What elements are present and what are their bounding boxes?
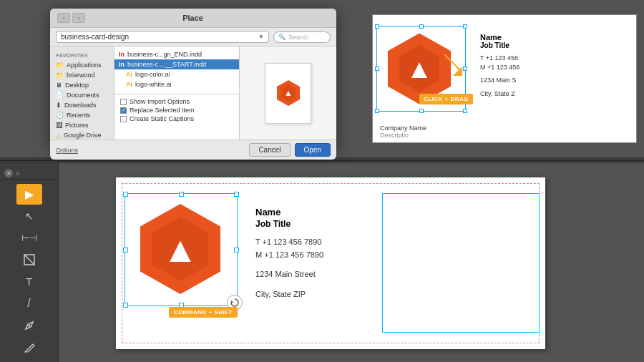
google-drive-icon: △ — [56, 132, 61, 139]
text-tool-button[interactable]: T — [16, 272, 42, 293]
handle2-mid-right[interactable] — [234, 248, 239, 253]
handle-top-right[interactable] — [463, 24, 467, 29]
pictures-icon: 🖼 — [56, 122, 62, 129]
file-row-1[interactable]: In business-c....__START.indd — [114, 59, 239, 69]
checkbox-icon[interactable] — [120, 116, 127, 122]
card-address2-main: City, State ZIP — [255, 288, 323, 301]
sidebar-item-label: Pictures — [65, 122, 89, 129]
file-name: business-c....__START.indd — [127, 61, 206, 68]
click-drag-badge: CLICK + DRAG — [419, 94, 473, 104]
card-content-top: ▲ — [373, 15, 636, 122]
open-button[interactable]: Open — [295, 143, 331, 157]
sidebar-item-label: Desktop — [65, 82, 89, 89]
checkbox-show-import[interactable]: Show Import Options — [114, 97, 239, 106]
checkbox-icon[interactable]: ✓ — [120, 107, 127, 114]
svg-text:▲: ▲ — [406, 54, 432, 84]
top-workspace: ‹ › Place business-card-design ▼ 🔍 Searc… — [0, 0, 644, 157]
folder-icon: 📁 — [56, 72, 64, 79]
card-company-label: Company Name Descriptio — [380, 124, 426, 139]
card-phone1-main: T +1 123 456 7890 — [255, 236, 323, 249]
direct-selection-icon: ↖ — [25, 210, 34, 222]
path-dropdown[interactable]: business-card-design ▼ — [56, 31, 269, 43]
hex-svg-main: ▲ — [130, 199, 230, 299]
file-list-panel[interactable]: In business-c...gn_END.indd In business-… — [114, 47, 240, 140]
dialog-sidebar[interactable]: Favorites 📁 Applications 📁 briarwood 🖥 D… — [50, 47, 114, 140]
handle2-top-left[interactable] — [123, 192, 128, 197]
options-link[interactable]: Options — [56, 147, 78, 154]
card-phone1-top: T +1 123 456 — [480, 54, 519, 63]
sidebar-item-recents[interactable]: 🕐 Recents — [50, 110, 114, 120]
svg-point-10 — [28, 325, 30, 327]
sidebar-item-briarwood[interactable]: 📁 briarwood — [50, 70, 114, 80]
line-tool-button[interactable]: / — [16, 293, 42, 314]
direct-selection-tool-button[interactable]: ↖ — [16, 206, 42, 227]
checkbox-icon[interactable] — [120, 99, 127, 105]
card-text-top: Name Job Title T +1 123 456 M +1 123 456… — [480, 29, 519, 108]
card-phone2-top: M +1 123 456 — [480, 63, 519, 72]
handle-bot-right[interactable] — [463, 109, 467, 113]
sidebar-item-label: Applications — [67, 62, 102, 69]
card-text-main: Name Job Title T +1 123 456 7890 M +1 12… — [255, 199, 323, 302]
search-box[interactable]: 🔍 Search — [273, 31, 331, 43]
nav-back-button[interactable]: ‹ — [57, 13, 70, 23]
nav-forward-button[interactable]: › — [72, 13, 85, 23]
place-dialog[interactable]: ‹ › Place business-card-design ▼ 🔍 Searc… — [50, 9, 336, 148]
svg-text:▲: ▲ — [162, 229, 198, 270]
file-row-0[interactable]: In business-c...gn_END.indd — [114, 49, 239, 59]
canvas-area: ▲ — [59, 163, 644, 362]
handle-bot-left[interactable] — [375, 109, 379, 113]
card-address1-top: 1234 Main S — [480, 76, 519, 85]
checkbox-label: Replace Selected Item — [130, 107, 195, 114]
dialog-nav[interactable]: ‹ › — [57, 13, 85, 23]
handle-top-mid[interactable] — [419, 24, 424, 29]
selection-tool-icon: ▶ — [25, 187, 34, 201]
line-tool-icon: / — [27, 297, 30, 310]
pen-tool-button[interactable] — [16, 315, 42, 336]
frame-tool-button[interactable] — [16, 250, 42, 270]
checkbox-replace-selected[interactable]: ✓ Replace Selected Item — [114, 106, 239, 114]
handle-mid-left[interactable] — [375, 67, 379, 71]
recents-icon: 🕐 — [56, 112, 64, 119]
sidebar-item-google-drive[interactable]: △ Google Drive — [50, 130, 114, 140]
selection-tool-button[interactable]: ▶ — [16, 184, 42, 205]
file-row-3[interactable]: Ai logo-white.ai — [114, 79, 239, 89]
dialog-title-bar: ‹ › Place — [50, 9, 336, 28]
desktop-icon: 🖥 — [56, 82, 62, 89]
dialog-body: Favorites 📁 Applications 📁 briarwood 🖥 D… — [50, 47, 336, 140]
sidebar-item-label: Documents — [67, 92, 99, 99]
sidebar-item-applications[interactable]: 📁 Applications — [50, 60, 114, 70]
search-icon: 🔍 — [278, 34, 286, 40]
sidebar-item-label: Downloads — [64, 102, 97, 109]
cancel-button[interactable]: Cancel — [249, 143, 290, 157]
file-name: logo-color.ai — [135, 71, 170, 78]
toolbar-expand[interactable]: » — [16, 170, 20, 177]
gap-tool-button[interactable]: ⊢⊣ — [16, 228, 42, 248]
sidebar-item-desktop[interactable]: 🖥 Desktop — [50, 80, 114, 90]
sidebar-item-label: Google Drive — [64, 132, 102, 139]
handle-top-left[interactable] — [375, 24, 379, 29]
sidebar-item-documents[interactable]: 📄 Documents — [50, 90, 114, 100]
handle2-top-right[interactable] — [234, 192, 239, 197]
file-name: business-c...gn_END.indd — [127, 51, 202, 58]
file-row-2[interactable]: Ai logo-color.ai — [114, 69, 239, 79]
card-title-top: Job Title — [480, 41, 519, 49]
pencil-tool-button[interactable] — [16, 337, 42, 358]
card-address1-main: 1234 Main Street — [255, 268, 323, 281]
handle2-mid-left[interactable] — [123, 248, 128, 253]
handle2-bot-left[interactable] — [123, 303, 128, 308]
checkbox-create-captions[interactable]: Create Static Captions — [114, 114, 239, 123]
sidebar-item-label: briarwood — [67, 72, 95, 79]
pen-tool-icon — [23, 319, 36, 332]
file-name: logo-white.ai — [135, 81, 172, 88]
handle-bot-mid[interactable] — [419, 109, 424, 113]
frame-tool-icon — [23, 253, 36, 266]
sidebar-item-pictures[interactable]: 🖼 Pictures — [50, 120, 114, 130]
checkbox-label: Create Static Captions — [130, 115, 194, 122]
toolbar-close-button[interactable]: ✕ — [4, 169, 13, 177]
transform-arrow — [441, 51, 469, 79]
dialog-toolbar: business-card-design ▼ 🔍 Search — [50, 28, 336, 47]
preview-hex-svg: ▲ — [274, 79, 303, 107]
sidebar-item-downloads[interactable]: ⬇ Downloads — [50, 100, 114, 110]
card-title-main: Job Title — [255, 219, 323, 229]
handle2-top-mid[interactable] — [179, 192, 184, 197]
